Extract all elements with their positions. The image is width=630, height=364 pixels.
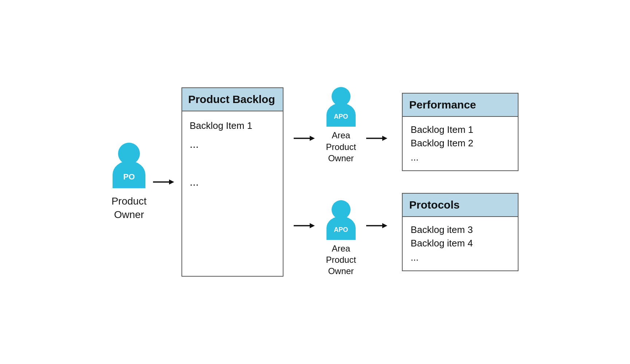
svg-marker-5 xyxy=(310,223,315,228)
po-body: PO xyxy=(113,161,145,188)
backlog-to-apo2-arrow xyxy=(294,218,316,233)
backlog-arrows xyxy=(287,95,322,269)
backlog-to-apo1-arrow xyxy=(294,131,316,146)
protocols-item-1: Backlog item 3 xyxy=(411,224,510,236)
performance-dots: ... xyxy=(411,152,510,163)
apo2-badge: APO xyxy=(334,226,348,234)
protocols-body: Backlog item 3 Backlog item 4 ... xyxy=(403,217,518,270)
po-name: ProductOwner xyxy=(111,195,147,221)
performance-title: Performance xyxy=(403,94,518,117)
performance-item-2: Backlog Item 2 xyxy=(411,138,510,149)
backlog-title: Product Backlog xyxy=(182,88,283,111)
backlog-body: Backlog Item 1 ... ... xyxy=(182,111,283,219)
apo2-to-protocols-arrow xyxy=(366,218,388,233)
apo1-person: APO AreaProductOwner xyxy=(326,87,356,164)
apo1-name: AreaProductOwner xyxy=(326,130,356,164)
apo2-row: APO AreaProductOwner xyxy=(326,200,356,277)
apo-to-boxes-arrows xyxy=(360,95,395,269)
product-backlog-box: Product Backlog Backlog Item 1 ... ... xyxy=(181,87,283,277)
apo1-body: APO xyxy=(326,103,356,127)
backlog-item-1: Backlog Item 1 xyxy=(189,120,275,131)
svg-marker-7 xyxy=(382,136,387,141)
apo1-to-performance-arrow xyxy=(366,131,388,146)
po-icon: PO xyxy=(113,143,145,188)
apo2-person: APO AreaProductOwner xyxy=(326,200,356,277)
apo2-name: AreaProductOwner xyxy=(326,243,356,277)
product-owner: PO ProductOwner xyxy=(111,143,147,221)
right-boxes: Performance Backlog Item 1 Backlog Item … xyxy=(402,93,519,271)
svg-marker-3 xyxy=(310,136,315,141)
protocols-item-2: Backlog item 4 xyxy=(411,238,510,249)
po-badge: PO xyxy=(123,172,135,182)
performance-item-1: Backlog Item 1 xyxy=(411,124,510,135)
svg-marker-9 xyxy=(382,223,387,228)
performance-body: Backlog Item 1 Backlog Item 2 ... xyxy=(403,117,518,170)
protocols-box: Protocols Backlog item 3 Backlog item 4 … xyxy=(402,193,519,271)
backlog-dots-1: ... xyxy=(189,138,275,150)
apo2-body: APO xyxy=(326,216,356,240)
apo1-row: APO AreaProductOwner xyxy=(326,87,356,164)
po-to-backlog-arrow xyxy=(153,175,175,189)
backlog-dots-2: ... xyxy=(189,176,275,188)
apo-column: APO AreaProductOwner APO AreaProductOwne… xyxy=(326,87,356,277)
svg-marker-1 xyxy=(169,179,174,185)
apo1-badge: APO xyxy=(334,113,348,120)
performance-box: Performance Backlog Item 1 Backlog Item … xyxy=(402,93,519,171)
protocols-dots: ... xyxy=(411,252,510,263)
protocols-title: Protocols xyxy=(403,194,518,217)
diagram-container: PO ProductOwner Product Backlog Backlog … xyxy=(111,87,519,277)
